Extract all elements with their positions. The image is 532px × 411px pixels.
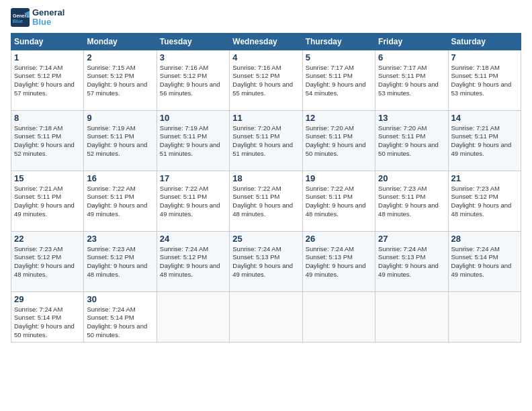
weekday-header-thursday: Thursday [302, 33, 375, 50]
day-info: Sunrise: 7:23 AM Sunset: 5:12 PM Dayligh… [87, 245, 153, 279]
day-info: Sunrise: 7:20 AM Sunset: 5:11 PM Dayligh… [306, 124, 372, 158]
calendar-cell: 6 Sunrise: 7:17 AM Sunset: 5:11 PM Dayli… [375, 50, 448, 110]
day-info: Sunrise: 7:19 AM Sunset: 5:11 PM Dayligh… [160, 124, 226, 158]
day-number: 14 [451, 113, 518, 123]
weekday-header-monday: Monday [84, 33, 157, 50]
day-number: 8 [14, 113, 81, 123]
logo-text-general: General [32, 8, 64, 17]
logo-text-blue: Blue [32, 17, 64, 27]
calendar-cell: 16 Sunrise: 7:22 AM Sunset: 5:11 PM Dayl… [84, 171, 157, 231]
day-info: Sunrise: 7:23 AM Sunset: 5:12 PM Dayligh… [14, 245, 81, 279]
day-number: 10 [160, 113, 226, 123]
calendar-cell [302, 291, 375, 342]
day-info: Sunrise: 7:22 AM Sunset: 5:11 PM Dayligh… [87, 185, 153, 219]
calendar-cell [230, 291, 302, 342]
calendar-cell: 15 Sunrise: 7:21 AM Sunset: 5:11 PM Dayl… [11, 171, 84, 231]
day-number: 16 [87, 173, 153, 183]
day-info: Sunrise: 7:24 AM Sunset: 5:13 PM Dayligh… [378, 245, 445, 279]
day-number: 1 [14, 52, 81, 62]
day-number: 11 [232, 113, 299, 123]
logo-icon: General Blue [11, 8, 30, 27]
calendar-cell: 19 Sunrise: 7:22 AM Sunset: 5:11 PM Dayl… [302, 171, 375, 231]
day-info: Sunrise: 7:20 AM Sunset: 5:11 PM Dayligh… [232, 124, 299, 158]
day-info: Sunrise: 7:17 AM Sunset: 5:11 PM Dayligh… [306, 64, 372, 98]
calendar-cell: 21 Sunrise: 7:23 AM Sunset: 5:12 PM Dayl… [448, 171, 521, 231]
weekday-header-sunday: Sunday [11, 33, 84, 50]
weekday-header-wednesday: Wednesday [230, 33, 302, 50]
day-info: Sunrise: 7:18 AM Sunset: 5:11 PM Dayligh… [14, 124, 81, 158]
day-number: 22 [14, 234, 81, 244]
day-number: 5 [306, 52, 372, 62]
day-info: Sunrise: 7:23 AM Sunset: 5:11 PM Dayligh… [378, 185, 445, 219]
day-info: Sunrise: 7:21 AM Sunset: 5:11 PM Dayligh… [14, 185, 81, 219]
header: General Blue General Blue [11, 8, 521, 28]
calendar-cell: 3 Sunrise: 7:16 AM Sunset: 5:12 PM Dayli… [157, 50, 229, 110]
day-number: 20 [378, 173, 445, 183]
calendar-cell [448, 291, 521, 342]
day-number: 21 [451, 173, 518, 183]
calendar-cell: 17 Sunrise: 7:22 AM Sunset: 5:11 PM Dayl… [157, 171, 229, 231]
svg-text:Blue: Blue [13, 19, 23, 24]
calendar-cell: 18 Sunrise: 7:22 AM Sunset: 5:11 PM Dayl… [230, 171, 302, 231]
day-number: 15 [14, 173, 81, 183]
day-info: Sunrise: 7:24 AM Sunset: 5:13 PM Dayligh… [306, 245, 372, 279]
calendar-cell: 26 Sunrise: 7:24 AM Sunset: 5:13 PM Dayl… [302, 231, 375, 291]
calendar-cell: 24 Sunrise: 7:24 AM Sunset: 5:12 PM Dayl… [157, 231, 229, 291]
calendar-cell: 13 Sunrise: 7:20 AM Sunset: 5:11 PM Dayl… [375, 110, 448, 171]
calendar-cell: 9 Sunrise: 7:19 AM Sunset: 5:11 PM Dayli… [84, 110, 157, 171]
logo: General Blue General Blue [11, 8, 64, 28]
day-info: Sunrise: 7:24 AM Sunset: 5:14 PM Dayligh… [14, 306, 81, 340]
calendar-cell: 22 Sunrise: 7:23 AM Sunset: 5:12 PM Dayl… [11, 231, 84, 291]
calendar-cell: 8 Sunrise: 7:18 AM Sunset: 5:11 PM Dayli… [11, 110, 84, 171]
day-info: Sunrise: 7:20 AM Sunset: 5:11 PM Dayligh… [378, 124, 445, 158]
day-info: Sunrise: 7:16 AM Sunset: 5:12 PM Dayligh… [232, 64, 299, 98]
day-number: 12 [306, 113, 372, 123]
calendar-cell: 2 Sunrise: 7:15 AM Sunset: 5:12 PM Dayli… [84, 50, 157, 110]
weekday-header-tuesday: Tuesday [157, 33, 229, 50]
day-info: Sunrise: 7:22 AM Sunset: 5:11 PM Dayligh… [232, 185, 299, 219]
day-number: 24 [160, 234, 226, 244]
weekday-header-saturday: Saturday [448, 33, 521, 50]
day-number: 2 [87, 52, 153, 62]
day-info: Sunrise: 7:24 AM Sunset: 5:12 PM Dayligh… [160, 245, 226, 279]
calendar-table: SundayMondayTuesdayWednesdayThursdayFrid… [11, 33, 521, 342]
calendar-cell: 5 Sunrise: 7:17 AM Sunset: 5:11 PM Dayli… [302, 50, 375, 110]
calendar-cell: 14 Sunrise: 7:21 AM Sunset: 5:11 PM Dayl… [448, 110, 521, 171]
day-info: Sunrise: 7:22 AM Sunset: 5:11 PM Dayligh… [160, 185, 226, 219]
day-number: 19 [306, 173, 372, 183]
day-number: 23 [87, 234, 153, 244]
day-number: 3 [160, 52, 226, 62]
day-number: 26 [306, 234, 372, 244]
day-info: Sunrise: 7:21 AM Sunset: 5:11 PM Dayligh… [451, 124, 518, 158]
calendar-cell: 29 Sunrise: 7:24 AM Sunset: 5:14 PM Dayl… [11, 291, 84, 342]
day-info: Sunrise: 7:24 AM Sunset: 5:13 PM Dayligh… [232, 245, 299, 279]
day-number: 6 [378, 52, 445, 62]
day-info: Sunrise: 7:23 AM Sunset: 5:12 PM Dayligh… [451, 185, 518, 219]
calendar-cell: 11 Sunrise: 7:20 AM Sunset: 5:11 PM Dayl… [230, 110, 302, 171]
day-number: 13 [378, 113, 445, 123]
calendar-cell: 12 Sunrise: 7:20 AM Sunset: 5:11 PM Dayl… [302, 110, 375, 171]
day-info: Sunrise: 7:19 AM Sunset: 5:11 PM Dayligh… [87, 124, 153, 158]
calendar-cell: 7 Sunrise: 7:18 AM Sunset: 5:11 PM Dayli… [448, 50, 521, 110]
calendar-cell: 30 Sunrise: 7:24 AM Sunset: 5:14 PM Dayl… [84, 291, 157, 342]
day-info: Sunrise: 7:17 AM Sunset: 5:11 PM Dayligh… [378, 64, 445, 98]
calendar-cell: 1 Sunrise: 7:14 AM Sunset: 5:12 PM Dayli… [11, 50, 84, 110]
day-number: 7 [451, 52, 518, 62]
day-info: Sunrise: 7:24 AM Sunset: 5:14 PM Dayligh… [87, 306, 153, 340]
day-number: 17 [160, 173, 226, 183]
day-info: Sunrise: 7:14 AM Sunset: 5:12 PM Dayligh… [14, 64, 81, 98]
day-info: Sunrise: 7:18 AM Sunset: 5:11 PM Dayligh… [451, 64, 518, 98]
calendar-cell: 25 Sunrise: 7:24 AM Sunset: 5:13 PM Dayl… [230, 231, 302, 291]
day-info: Sunrise: 7:22 AM Sunset: 5:11 PM Dayligh… [306, 185, 372, 219]
day-number: 25 [232, 234, 299, 244]
weekday-header-friday: Friday [375, 33, 448, 50]
calendar-cell: 27 Sunrise: 7:24 AM Sunset: 5:13 PM Dayl… [375, 231, 448, 291]
calendar-cell: 10 Sunrise: 7:19 AM Sunset: 5:11 PM Dayl… [157, 110, 229, 171]
day-info: Sunrise: 7:15 AM Sunset: 5:12 PM Dayligh… [87, 64, 153, 98]
calendar-cell: 4 Sunrise: 7:16 AM Sunset: 5:12 PM Dayli… [230, 50, 302, 110]
day-info: Sunrise: 7:16 AM Sunset: 5:12 PM Dayligh… [160, 64, 226, 98]
day-number: 29 [14, 294, 81, 304]
day-number: 27 [378, 234, 445, 244]
calendar-cell: 28 Sunrise: 7:24 AM Sunset: 5:14 PM Dayl… [448, 231, 521, 291]
day-info: Sunrise: 7:24 AM Sunset: 5:14 PM Dayligh… [451, 245, 518, 279]
